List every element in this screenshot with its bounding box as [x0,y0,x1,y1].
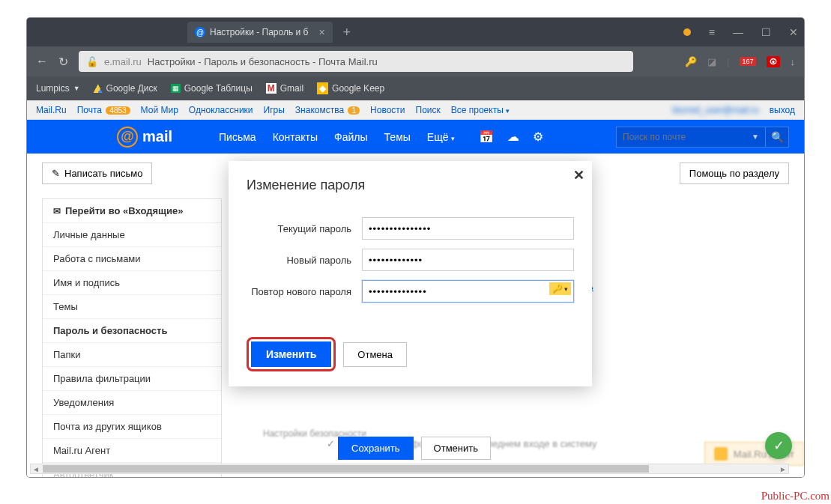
download-icon[interactable]: ↓ [791,56,796,67]
url-domain: e.mail.ru [104,56,142,67]
keep-icon: ◆ [317,82,328,94]
bookmark-lumpics[interactable]: Lumpics ▼ [36,83,80,94]
current-password-input[interactable] [362,217,574,240]
nav-back-icon[interactable]: ← [36,55,48,68]
sidebar-item-8[interactable]: Уведомления [43,391,221,415]
scroll-left-icon[interactable]: ◄ [31,465,41,473]
repeat-password-label: Повтор нового пароля [247,286,351,297]
bookmark-gkeep[interactable]: ◆ Google Keep [317,82,384,94]
adguard-shield-icon[interactable]: ✓ [765,432,792,459]
window-minimize-icon[interactable]: ― [733,26,743,38]
settings-sidebar: ✉Перейти во «Входящие»Личные данныеРабот… [42,198,222,477]
watermark: Public-PC.com [761,490,830,503]
portal-mail[interactable]: Почта 4853 [77,105,130,115]
sidebar-item-label: Уведомления [53,397,114,408]
portal-dating[interactable]: Знакомства 1 [295,105,360,115]
chevron-down-icon[interactable]: ▼ [752,133,759,141]
sidebar-item-9[interactable]: Почта из других ящиков [43,415,221,439]
tab-close-icon[interactable]: × [318,26,324,38]
scroll-thumb[interactable] [43,465,649,473]
portal-news[interactable]: Новости [370,105,405,115]
sidebar-item-3[interactable]: Имя и подпись [43,271,221,295]
search-input[interactable] [623,132,746,142]
portal-mailru[interactable]: Mail.Ru [36,105,67,115]
notification-badge[interactable]: 167 [740,57,755,66]
sidebar-item-0[interactable]: ✉Перейти во «Входящие» [43,199,221,223]
sidebar-item-7[interactable]: Правила фильтрации [43,367,221,391]
modal-title: Изменение пароля [229,161,592,205]
gdrive-icon [94,84,103,93]
bookmark-gdrive[interactable]: Google Диск [94,83,157,94]
sidebar-item-6[interactable]: Папки [43,343,221,367]
sidebar-item-label: Пароль и безопасность [53,325,167,336]
change-password-modal: ✕ Изменение пароля Текущий пароль Новый … [229,161,592,386]
calendar-icon[interactable]: 📅 [479,130,494,144]
portal-mymir[interactable]: Мой Мир [141,105,178,115]
cancel-button[interactable]: Отмена [343,342,407,367]
nav-letters[interactable]: Письма [219,131,256,143]
url-field[interactable]: 🔓 e.mail.ru Настройки - Пароль и безопас… [79,51,633,72]
menu-icon[interactable]: ≡ [709,26,715,38]
bg-save-button[interactable]: Сохранить [338,437,414,460]
nav-reload-icon[interactable]: ↻ [58,55,68,69]
sidebar-item-1[interactable]: Личные данные [43,223,221,247]
scroll-right-icon[interactable]: ► [778,465,788,473]
help-button[interactable]: Помощь по разделу [680,163,789,184]
chevron-down-icon: ▼ [73,85,80,92]
sidebar-item-2[interactable]: Работа с письмами [43,247,221,271]
new-tab-button[interactable]: + [343,25,351,40]
sidebar-item-label: Почта из других ящиков [53,421,162,432]
sidebar-item-4[interactable]: Темы [43,295,221,319]
nav-contacts[interactable]: Контакты [273,131,318,143]
repeat-password-input[interactable] [362,280,574,303]
cloud-icon[interactable]: ☁ [507,130,519,144]
portal-username[interactable]: blurred_user@mail.ru [672,105,759,115]
bg-cancel-button[interactable]: Отменить [421,437,491,460]
pencil-icon: ✎ [52,168,60,179]
sidebar-item-label: Имя и подпись [53,277,120,288]
password-manager-icon[interactable]: 🔑▾ [549,282,571,295]
nav-themes[interactable]: Темы [384,131,411,143]
lock-icon: 🔓 [86,56,98,67]
bookmark-icon[interactable]: ◪ [707,56,716,67]
portal-logout[interactable]: выход [770,105,795,115]
browser-tab[interactable]: @ Настройки - Пароль и б × [187,22,333,43]
extension-indicator-icon[interactable] [683,28,691,36]
key-icon[interactable]: 🔑 [685,56,697,67]
sidebar-item-10[interactable]: Mail.ru Агент [43,439,221,463]
mail-search[interactable]: ▼ [616,127,766,148]
new-password-input[interactable] [362,249,574,271]
bookmark-label: Google Диск [106,83,157,94]
lastfm-icon[interactable]: ⦿ [767,56,780,67]
window-maximize-icon[interactable]: ☐ [761,26,771,38]
bookmark-label: Google Таблицы [184,83,253,94]
portal-games[interactable]: Игры [264,105,285,115]
sidebar-item-5[interactable]: Пароль и безопасность [43,319,221,343]
modal-close-button[interactable]: ✕ [573,167,584,183]
portal-ok[interactable]: Одноклассники [189,105,253,115]
sheets-icon: ▦ [171,84,181,93]
compose-button[interactable]: ✎ Написать письмо [42,163,152,184]
tab-favicon: @ [195,27,205,37]
portal-projects[interactable]: Все проекты ▾ [451,105,510,115]
chevron-down-icon: ▾ [506,107,510,115]
nav-more[interactable]: Ещё ▾ [427,131,456,143]
bookmark-gsheets[interactable]: ▦ Google Таблицы [171,83,253,94]
nav-files[interactable]: Файлы [334,131,367,143]
mail-header: @ mail Письма Контакты Файлы Темы Ещё ▾ … [27,120,804,154]
bookmark-gmail[interactable]: M Gmail [266,83,303,94]
horizontal-scrollbar[interactable]: ◄ ► [30,464,789,474]
search-icon: 🔍 [771,131,784,143]
gmail-icon: M [266,83,277,94]
sidebar-item-label: Папки [53,349,81,360]
sidebar-item-label: Темы [53,301,78,312]
window-close-icon[interactable]: ✕ [789,26,798,38]
gear-icon[interactable]: ⚙ [533,130,543,144]
portal-search[interactable]: Поиск [416,105,441,115]
mail-logo[interactable]: @ mail [117,127,172,148]
bookmark-label: Lumpics [36,83,70,94]
search-button[interactable]: 🔍 [765,127,789,148]
sidebar-item-label: Личные данные [53,229,125,240]
sidebar-item-label: Работа с письмами [53,253,141,264]
submit-button[interactable]: Изменить [251,341,331,367]
